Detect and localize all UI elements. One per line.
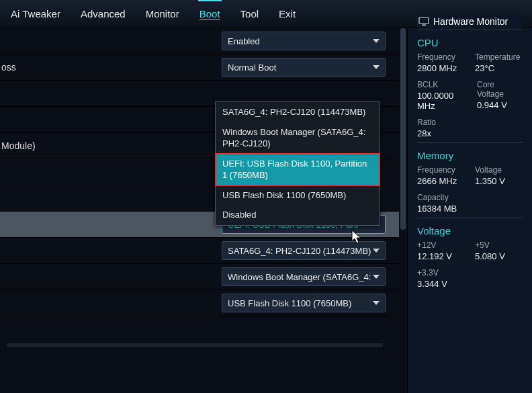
stat-value: 12.192 V [417, 251, 463, 261]
section-title-cpu: CPU [417, 37, 523, 48]
boot-option-dropdown: SATA6G_4: PH2-CJ120 (114473MB) Windows B… [215, 101, 380, 226]
stat-value: 0.944 V [477, 100, 523, 110]
setting-row: Windows Boot Manager (SATA6G_4: [0, 264, 399, 290]
select-normal-boot[interactable]: Normal Boot [222, 58, 386, 77]
setting-row [0, 316, 399, 343]
settings-panel: Enabled oss Normal Boot Module) [0, 28, 407, 393]
stat-label: +12V [417, 241, 463, 250]
select-boot-option[interactable]: Windows Boot Manager (SATA6G_4: [222, 267, 386, 286]
stat-value: 5.080 V [475, 251, 521, 261]
setting-row: SATA6G_4: PH2-CJ120 (114473MB) [0, 238, 399, 264]
vertical-scrollbar[interactable] [400, 28, 406, 230]
select-boot-option[interactable]: USB Flash Disk 1100 (7650MB) [222, 294, 386, 312]
stat-label: Frequency [417, 52, 463, 62]
dropdown-option[interactable]: USB Flash Disk 1100 (7650MB) [216, 185, 380, 206]
stat-value: 3.344 V [417, 279, 523, 289]
stat-label: BCLK [417, 80, 465, 89]
stat-label: Voltage [475, 165, 521, 175]
chevron-down-icon [373, 275, 380, 279]
setting-row: USB Flash Disk 1100 (7650MB) [0, 290, 399, 316]
dropdown-option[interactable]: Windows Boot Manager (SATA6G_4: PH2-CJ12… [216, 122, 380, 154]
select-enabled[interactable]: Enabled [222, 32, 386, 50]
hardware-monitor-title: Hardware Monitor [433, 16, 508, 27]
stat-label: Core Voltage [477, 80, 523, 99]
stat-value: 23°C [475, 63, 521, 73]
stat-value: 2666 MHz [417, 176, 463, 186]
hardware-monitor-sidebar: Hardware Monitor CPU Frequency2800 MHz T… [407, 28, 532, 393]
section-title-memory: Memory [417, 150, 523, 161]
hardware-monitor-header: Hardware Monitor [417, 15, 523, 30]
stat-value: 2800 MHz [417, 63, 463, 73]
chevron-down-icon [373, 65, 380, 69]
stat-label: Frequency [417, 165, 463, 175]
tab-monitor[interactable]: Monitor [144, 1, 181, 26]
dropdown-option[interactable]: Disabled [216, 205, 380, 225]
horizontal-scrollbar[interactable] [7, 343, 383, 347]
tab-ai-tweaker[interactable]: Ai Tweaker [9, 1, 62, 26]
tab-tool[interactable]: Tool [239, 1, 261, 26]
tab-boot[interactable]: Boot [198, 0, 222, 26]
chevron-down-icon [373, 301, 380, 305]
dropdown-option[interactable]: SATA6G_4: PH2-CJ120 (114473MB) [216, 102, 380, 122]
tab-advanced[interactable]: Advanced [79, 1, 127, 26]
stat-label: Ratio [417, 118, 523, 127]
stat-label: Temperature [475, 52, 521, 62]
chevron-down-icon [373, 249, 380, 253]
dropdown-option-selected[interactable]: UEFI: USB Flash Disk 1100, Partition 1 (… [216, 154, 380, 185]
select-boot-option[interactable]: SATA6G_4: PH2-CJ120 (114473MB) [222, 241, 386, 260]
monitor-icon [418, 17, 429, 26]
stat-value: 16384 MB [417, 204, 523, 214]
stat-value: 100.0000 MHz [417, 91, 465, 111]
setting-label: oss [0, 62, 222, 73]
stat-value: 28x [417, 128, 523, 138]
stat-label: Capacity [417, 193, 523, 202]
svg-rect-0 [419, 17, 429, 24]
tab-exit[interactable]: Exit [277, 1, 297, 26]
setting-row: oss Normal Boot [0, 54, 399, 81]
chevron-down-icon [373, 39, 380, 43]
svg-rect-1 [422, 25, 426, 26]
stat-label: +5V [475, 241, 521, 250]
stat-label: +3.3V [417, 268, 523, 277]
section-title-voltage: Voltage [417, 225, 523, 236]
setting-row: Enabled [0, 28, 399, 54]
stat-value: 1.350 V [475, 176, 521, 186]
